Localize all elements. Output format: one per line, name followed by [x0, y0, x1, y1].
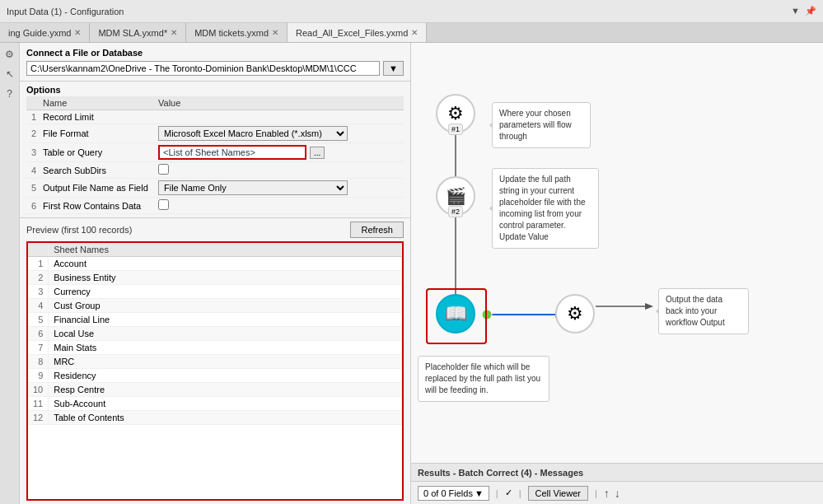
file-format-select[interactable]: Microsoft Excel Macro Enabled (*.xlsm) — [158, 126, 348, 141]
results-bar: Results - Batch Correct (4) - Messages — [411, 463, 823, 481]
left-panel: Connect a File or Database ▼ Options Nam… — [20, 43, 411, 504]
row-sheet-name: Financial Line — [49, 313, 402, 327]
top-bar: Input Data (1) - Configuration ▼ 📌 — [0, 0, 823, 23]
col-name: Name — [40, 96, 155, 110]
tab-mdm-tickets[interactable]: MDM tickets.yxmd ✕ — [186, 23, 288, 42]
dropdown-icon[interactable]: ▼ — [791, 6, 800, 16]
connect-label: Connect a File or Database — [26, 48, 404, 58]
table-row: 5 Output File Name as Field File Name On… — [26, 179, 404, 198]
row-sheet-name: Business Entity — [49, 271, 402, 285]
preview-row: 4 Cust Group — [28, 299, 402, 313]
row-num: 1 — [26, 110, 40, 124]
node1-badge: #1 — [448, 124, 463, 135]
tab-close-icon[interactable]: ✕ — [171, 28, 177, 37]
right-panel: ⚙ #1 Where your chosen parameters will f… — [411, 43, 823, 504]
callout2-text: Update the full path string in your curr… — [499, 175, 586, 241]
row-num: 8 — [28, 355, 49, 369]
row-num: 6 — [28, 327, 49, 341]
row-sheet-name: Cust Group — [49, 299, 402, 313]
preview-table: Sheet Names 1 Account 2 Business Entity … — [28, 243, 402, 425]
callout4: Output the data back into your workflow … — [658, 288, 749, 334]
row-value: ... — [155, 143, 390, 162]
preview-row: 7 Main Stats — [28, 341, 402, 355]
toolbar-separator2: | — [519, 488, 521, 498]
row-num: 1 — [28, 257, 49, 271]
callout4-text: Output the data back into your workflow … — [666, 295, 725, 327]
callout2: Update the full path string in your curr… — [492, 168, 599, 249]
file-path-input[interactable] — [26, 61, 380, 76]
cell-viewer-button[interactable]: Cell Viewer — [528, 486, 588, 501]
canvas-area: ⚙ #1 Where your chosen parameters will f… — [411, 43, 823, 463]
preview-row: 2 Business Entity — [28, 271, 402, 285]
tab-close-icon[interactable]: ✕ — [272, 28, 278, 37]
col-scroll — [390, 96, 404, 110]
row-num: 4 — [26, 162, 40, 179]
file-browse-button[interactable]: ▼ — [383, 61, 404, 76]
first-row-data-checkbox[interactable] — [158, 199, 169, 210]
row-sheet-name: Currency — [49, 285, 402, 299]
arrow-gear2 — [596, 298, 662, 315]
node2-badge: #2 — [448, 206, 463, 217]
refresh-button[interactable]: Refresh — [350, 222, 404, 238]
preview-row: 6 Local Use — [28, 327, 402, 341]
preview-table-wrapper: Sheet Names 1 Account 2 Business Entity … — [26, 241, 404, 501]
node-book1[interactable]: 📖 — [436, 294, 475, 334]
search-subdirs-checkbox[interactable] — [158, 164, 169, 175]
fields-dropdown[interactable]: 0 of 0 Fields ▼ — [418, 486, 489, 501]
tab-label: MDM SLA.yxmd* — [98, 28, 167, 38]
left-icon-help[interactable]: ? — [2, 86, 18, 102]
tab-close-icon[interactable]: ✕ — [74, 28, 81, 37]
preview-header: Preview (first 100 records) Refresh — [26, 222, 404, 238]
row-num: 5 — [26, 179, 40, 198]
options-table: Name Value 1 Record Limit 2 File Format — [26, 96, 404, 214]
preview-section: Preview (first 100 records) Refresh Shee… — [20, 218, 410, 504]
row-name: Search SubDirs — [40, 162, 155, 179]
gear2-icon: ⚙ — [555, 294, 595, 334]
col-num — [26, 96, 40, 110]
tab-mdm-sla[interactable]: MDM SLA.yxmd* ✕ — [90, 23, 186, 42]
bottom-toolbar: 0 of 0 Fields ▼ | ✓ | Cell Viewer | ↑ ↓ — [411, 481, 823, 504]
row-scroll — [390, 162, 404, 179]
table-query-input[interactable] — [158, 145, 306, 160]
book1-icon: 📖 — [436, 294, 475, 334]
tab-label: Read_All_Excel_Files.yxmd — [296, 28, 408, 38]
row-sheet-name: MRC — [49, 355, 402, 369]
preview-row: 9 Residency — [28, 369, 402, 383]
options-label: Options — [26, 85, 404, 95]
preview-label: Preview (first 100 records) — [26, 225, 132, 235]
tab-close-icon[interactable]: ✕ — [411, 28, 418, 37]
node-gear2[interactable]: ⚙ — [555, 294, 595, 334]
row-name: Output File Name as Field — [40, 179, 155, 198]
pin-icon[interactable]: 📌 — [805, 6, 816, 16]
ellipsis-button[interactable]: ... — [310, 147, 325, 159]
output-filename-select[interactable]: File Name Only — [158, 180, 348, 195]
table-row: 3 Table or Query ... — [26, 143, 404, 162]
row-name: Table or Query — [40, 143, 155, 162]
row-sheet-name: Resp Centre — [49, 383, 402, 397]
preview-row: 1 Account — [28, 257, 402, 271]
preview-col-num — [28, 243, 49, 257]
node-gear1[interactable]: ⚙ #1 — [436, 94, 475, 133]
down-arrow-button[interactable]: ↓ — [615, 487, 620, 500]
toolbar-separator3: | — [595, 488, 597, 498]
row-num: 3 — [26, 143, 40, 162]
left-icon-cursor[interactable]: ↖ — [2, 66, 18, 82]
preview-row: 8 MRC — [28, 355, 402, 369]
tab-read-all-excel[interactable]: Read_All_Excel_Files.yxmd ✕ — [288, 23, 427, 42]
row-name: File Format — [40, 124, 155, 143]
row-num: 12 — [28, 411, 49, 425]
options-section: Options Name Value 1 Record Limit — [20, 82, 410, 218]
callout3: Placeholder file which will be replaced … — [418, 356, 549, 402]
checkmark-icon: ✓ — [505, 488, 512, 498]
preview-row: 12 Table of Contents — [28, 411, 402, 425]
up-arrow-button[interactable]: ↑ — [604, 487, 610, 500]
preview-row: 3 Currency — [28, 285, 402, 299]
node-film1[interactable]: 🎬 #2 — [436, 176, 475, 216]
row-num: 4 — [28, 299, 49, 313]
row-name: Record Limit — [40, 110, 155, 124]
col-value: Value — [155, 96, 390, 110]
row-scroll — [390, 179, 404, 198]
left-icon-settings[interactable]: ⚙ — [2, 46, 18, 63]
tab-ing-guide[interactable]: ing Guide.yxmd ✕ — [0, 23, 90, 42]
row-scroll — [390, 124, 404, 143]
